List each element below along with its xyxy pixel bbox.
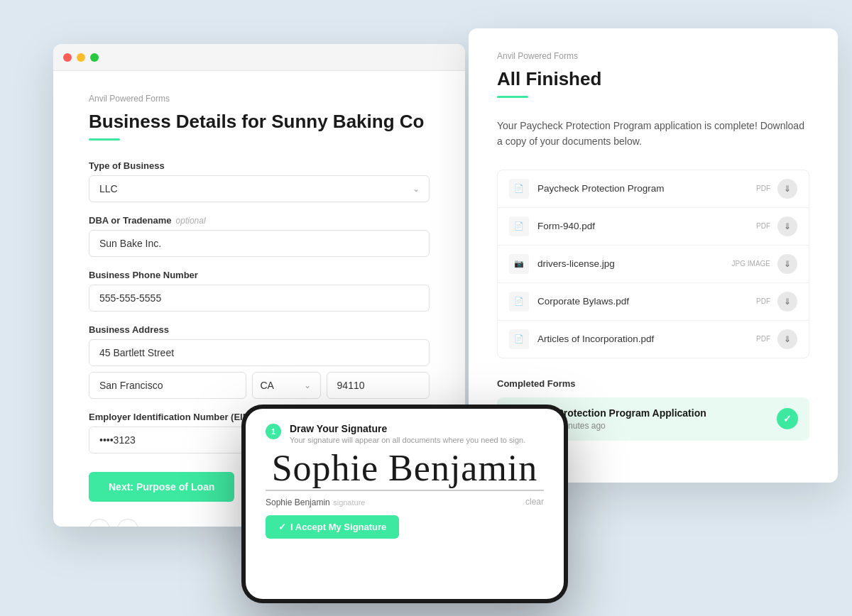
phone-input[interactable] (89, 285, 430, 312)
file-img-icon: 📷 (509, 254, 529, 274)
right-brand-label: Anvil Powered Forms (497, 51, 809, 61)
sig-subtitle: Your signature will appear on all docume… (290, 436, 525, 444)
dot-red (63, 53, 72, 62)
file-name: Form-940.pdf (537, 221, 756, 231)
file-name: Paycheck Protection Program (537, 183, 756, 194)
file-item: 📄 Paycheck Protection Program PDF ⇓ (498, 170, 809, 208)
street-input[interactable] (89, 339, 430, 366)
sig-name-row: Sophie Benjamin signature clear (266, 495, 544, 508)
file-doc-icon: 📄 (509, 292, 529, 312)
sig-name-label: Sophie Benjamin (266, 497, 330, 507)
file-item: 📄 Corporate Bylaws.pdf PDF ⇓ (498, 283, 809, 321)
file-type-badge: PDF (756, 222, 770, 230)
step-indicator: Step 5 of 9 (146, 524, 190, 527)
file-item: 📷 drivers-license.jpg JPG IMAGE ⇓ (498, 246, 809, 283)
sig-title: Draw Your Signature (290, 423, 525, 434)
dba-input[interactable] (89, 230, 430, 257)
download-button[interactable]: ⇓ (777, 179, 797, 199)
signature-modal: 1 Draw Your Signature Your signature wil… (241, 405, 568, 603)
accept-button-label: I Accept My Signature (290, 522, 386, 532)
left-page-title: Business Details for Sunny Baking Co (89, 111, 430, 133)
file-doc-icon: 📄 (509, 216, 529, 236)
download-button[interactable]: ⇓ (777, 292, 797, 312)
zip-input[interactable] (327, 372, 430, 399)
completed-forms-label: Completed Forms (497, 378, 809, 389)
state-select[interactable]: CA NY TX (252, 372, 320, 399)
file-name: Articles of Incorporation.pdf (537, 334, 756, 344)
file-type-badge: PDF (756, 297, 770, 305)
accept-signature-button[interactable]: ✓ I Accept My Signature (266, 515, 399, 539)
accept-check-icon: ✓ (278, 522, 286, 532)
dot-yellow (77, 53, 85, 62)
file-doc-icon: 📄 (509, 179, 529, 199)
right-title-underline (497, 96, 528, 98)
file-item: 📄 Articles of Incorporation.pdf PDF ⇓ (498, 321, 809, 358)
dba-group: DBA or Tradename optional (89, 215, 430, 257)
download-button[interactable]: ⇓ (777, 329, 797, 349)
sig-header: 1 Draw Your Signature Your signature wil… (266, 423, 544, 444)
address-label: Business Address (89, 324, 430, 335)
phone-label: Business Phone Number (89, 270, 430, 280)
sig-clear-button[interactable]: clear (525, 497, 544, 507)
right-page-title: All Finished (497, 68, 809, 90)
type-of-business-label: Type of Business (89, 160, 430, 171)
download-button[interactable]: ⇓ (777, 254, 797, 274)
sig-name-display: Sophie Benjamin (272, 450, 538, 487)
type-select-wrapper: LLC Sole Proprietorship S-Corp C-Corp Pa… (89, 175, 430, 202)
type-of-business-group: Type of Business LLC Sole Proprietorship… (89, 160, 430, 202)
next-button[interactable]: Next: Purpose of Loan (89, 472, 234, 502)
left-brand-label: Anvil Powered Forms (89, 94, 430, 104)
city-input[interactable] (89, 372, 246, 399)
file-type-badge: PDF (756, 335, 770, 343)
right-description: Your Paycheck Protection Program applica… (497, 118, 809, 150)
prev-arrow[interactable]: ‹ (89, 519, 110, 527)
file-type-badge: JPG IMAGE (732, 260, 770, 268)
state-wrapper: CA NY TX ⌄ (252, 372, 320, 399)
sig-name-sublabel: signature (333, 498, 365, 507)
sig-underline (266, 490, 544, 491)
file-item: 📄 Form-940.pdf PDF ⇓ (498, 208, 809, 246)
modal-inner: 1 Draw Your Signature Your signature wil… (246, 409, 564, 599)
file-name: Corporate Bylaws.pdf (537, 296, 756, 307)
address-group: Business Address CA NY TX ⌄ (89, 324, 430, 399)
dba-optional: optional (176, 216, 206, 226)
titlebar-left (53, 44, 465, 71)
address-row: CA NY TX ⌄ (89, 372, 430, 399)
left-title-underline (89, 138, 120, 141)
next-arrow[interactable]: › (117, 519, 138, 527)
sig-canvas-area: Sophie Benjamin (266, 450, 544, 487)
dot-green (90, 53, 99, 62)
file-list: 📄 Paycheck Protection Program PDF ⇓ 📄 Fo… (497, 170, 809, 358)
sig-step-number: 1 (266, 424, 281, 439)
file-type-badge: PDF (756, 185, 770, 192)
dba-label: DBA or Tradename optional (89, 215, 430, 226)
type-of-business-select[interactable]: LLC Sole Proprietorship S-Corp C-Corp Pa… (89, 175, 430, 202)
file-doc-icon: 📄 (509, 329, 529, 349)
file-name: drivers-license.jpg (537, 258, 732, 269)
phone-group: Business Phone Number (89, 270, 430, 312)
completed-check-icon: ✓ (777, 408, 798, 429)
download-button[interactable]: ⇓ (777, 216, 797, 236)
